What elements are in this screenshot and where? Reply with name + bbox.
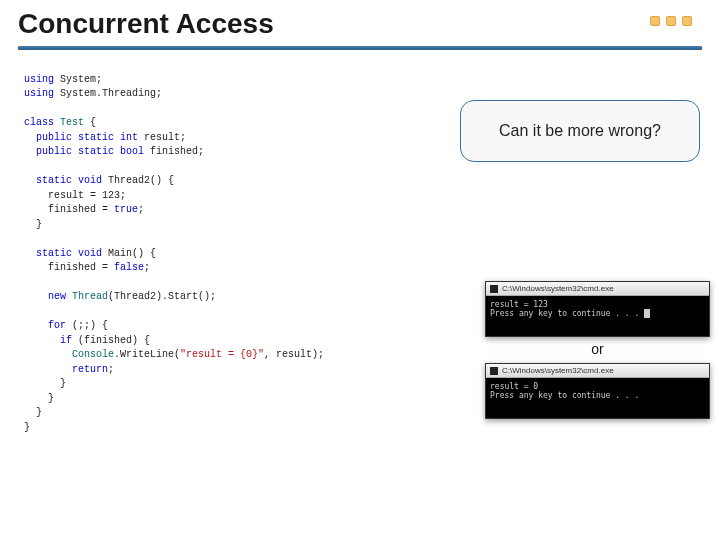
code-kw: return (24, 364, 108, 375)
code-kw: for (24, 320, 66, 331)
code-string: "result = {0}" (180, 349, 264, 360)
console-body: result = 123 Press any key to continue .… (486, 296, 709, 336)
code-kw: true (114, 204, 138, 215)
code-text: finished; (144, 146, 204, 157)
code-text: ; (108, 364, 114, 375)
code-text: } (24, 422, 30, 433)
content-area: Can it be more wrong? using System; usin… (0, 52, 720, 435)
code-type: Console (24, 349, 114, 360)
code-kw: public static int (24, 132, 138, 143)
code-kw: static void (24, 248, 102, 259)
console-titlebar: C:\Windows\system32\cmd.exe (486, 364, 709, 378)
code-kw: using (24, 88, 54, 99)
code-text: } (24, 407, 42, 418)
cmd-icon (490, 367, 498, 375)
decorative-dots (650, 16, 692, 26)
code-type: Test (60, 117, 84, 128)
console-title-text: C:\Windows\system32\cmd.exe (502, 284, 614, 293)
console-body: result = 0 Press any key to continue . .… (486, 378, 709, 418)
console-stack: C:\Windows\system32\cmd.exe result = 123… (485, 281, 710, 423)
console-window-2: C:\Windows\system32\cmd.exe result = 0 P… (485, 363, 710, 419)
console-line: result = 0 (490, 382, 538, 391)
code-text: (finished) { (72, 335, 150, 346)
cmd-icon (490, 285, 498, 293)
code-text: } (24, 393, 54, 404)
code-text: Thread2() { (102, 175, 174, 186)
page-title: Concurrent Access (0, 0, 720, 44)
code-text: finished = (24, 204, 114, 215)
code-text: result; (138, 132, 186, 143)
code-kw: if (24, 335, 72, 346)
console-line: Press any key to continue . . . (490, 391, 639, 400)
console-line: result = 123 (490, 300, 548, 309)
console-title-text: C:\Windows\system32\cmd.exe (502, 366, 614, 375)
callout-bubble: Can it be more wrong? (460, 100, 700, 162)
cursor-icon (644, 309, 650, 318)
console-window-1: C:\Windows\system32\cmd.exe result = 123… (485, 281, 710, 337)
code-text: (Thread2).Start(); (108, 291, 216, 302)
rule-bar (18, 46, 702, 50)
code-kw: static void (24, 175, 102, 186)
code-kw: new (24, 291, 72, 302)
code-text: .WriteLine( (114, 349, 180, 360)
code-kw: false (114, 262, 144, 273)
code-text: (;;) { (66, 320, 108, 331)
code-text: System; (54, 74, 102, 85)
code-text: finished = (24, 262, 114, 273)
code-text: ; (138, 204, 144, 215)
console-line: Press any key to continue . . . (490, 309, 639, 318)
dot-icon (682, 16, 692, 26)
code-text: { (84, 117, 96, 128)
code-kw: public static bool (24, 146, 144, 157)
or-label: or (485, 341, 710, 357)
code-kw: class (24, 117, 60, 128)
code-kw: using (24, 74, 54, 85)
title-rule (18, 44, 702, 52)
code-text: result = 123; (24, 190, 126, 201)
code-text: , result); (264, 349, 324, 360)
callout-text: Can it be more wrong? (499, 122, 661, 140)
code-text: } (24, 219, 42, 230)
code-text: } (24, 378, 66, 389)
code-type: Thread (72, 291, 108, 302)
dot-icon (666, 16, 676, 26)
code-text: System.Threading; (54, 88, 162, 99)
dot-icon (650, 16, 660, 26)
code-text: ; (144, 262, 150, 273)
console-titlebar: C:\Windows\system32\cmd.exe (486, 282, 709, 296)
code-text: Main() { (102, 248, 156, 259)
